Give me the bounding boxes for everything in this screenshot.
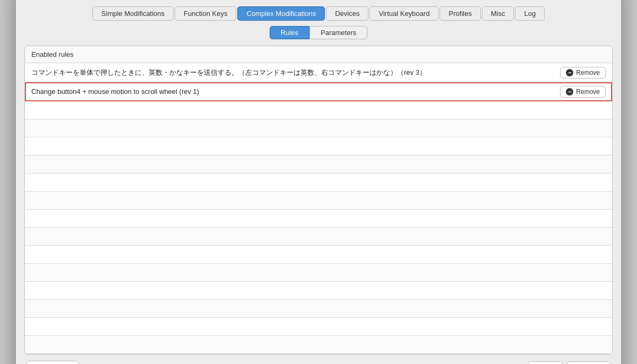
rule-row[interactable]: Change button4 + mouse motion to scroll … [25, 82, 612, 101]
nav-buttons: ↑ Up ↓ Down [528, 361, 610, 365]
remove-icon: − [566, 69, 573, 76]
remove-label: Remove [576, 88, 600, 96]
empty-row [25, 228, 612, 246]
empty-row [25, 336, 612, 354]
subtab-rules[interactable]: Rules [270, 26, 309, 39]
rule-text: Change button4 + mouse motion to scroll … [31, 88, 560, 96]
add-rule-button[interactable]: + Add rule [27, 361, 79, 364]
empty-row [25, 155, 612, 174]
empty-row [25, 192, 612, 210]
empty-row [25, 101, 612, 119]
empty-row [25, 246, 612, 264]
rule-row[interactable]: コマンドキーを単体で押したときに、英数・かなキーを送信する。（左コマンドキーは英… [25, 63, 612, 82]
tab-misc[interactable]: Misc [482, 6, 514, 21]
subtab-parameters[interactable]: Parameters [309, 26, 367, 39]
empty-row [25, 318, 612, 336]
empty-row [25, 119, 612, 137]
rule-text: コマンドキーを単体で押したときに、英数・かなキーを送信する。（左コマンドキーは英… [31, 68, 560, 77]
empty-row [25, 210, 612, 228]
empty-row [25, 300, 612, 318]
footer: + Add rule ↑ Up ↓ Down [24, 354, 613, 364]
tab-complex[interactable]: Complex Modifications [237, 6, 325, 21]
empty-row [25, 137, 612, 155]
down-button[interactable]: ↓ Down [567, 361, 610, 365]
remove-label: Remove [576, 69, 600, 76]
tab-virtual[interactable]: Virtual Keyboard [369, 6, 438, 21]
main-window: Karabiner-Elements Preferences Simple Mo… [16, 0, 621, 364]
rules-header: Enabled rules [25, 46, 612, 63]
content-area: Simple ModificationsFunction KeysComplex… [16, 0, 621, 364]
rules-table: コマンドキーを単体で押したときに、英数・かなキーを送信する。（左コマンドキーは英… [25, 63, 612, 354]
empty-row [25, 282, 612, 300]
remove-icon: − [566, 88, 573, 96]
subtab-bar: RulesParameters [24, 26, 613, 39]
empty-row [25, 264, 612, 282]
remove-button[interactable]: −Remove [560, 86, 606, 98]
rules-panel: Enabled rules コマンドキーを単体で押したときに、英数・かなキーを送… [24, 46, 613, 354]
tab-devices[interactable]: Devices [326, 6, 368, 21]
up-button[interactable]: ↑ Up [528, 361, 563, 365]
remove-button[interactable]: −Remove [560, 67, 606, 79]
empty-row [25, 174, 612, 192]
tab-profiles[interactable]: Profiles [440, 6, 480, 21]
tab-simple[interactable]: Simple Modifications [92, 6, 174, 21]
tab-function[interactable]: Function Keys [175, 6, 236, 21]
main-tab-bar: Simple ModificationsFunction KeysComplex… [24, 6, 613, 21]
tab-log[interactable]: Log [515, 6, 545, 21]
